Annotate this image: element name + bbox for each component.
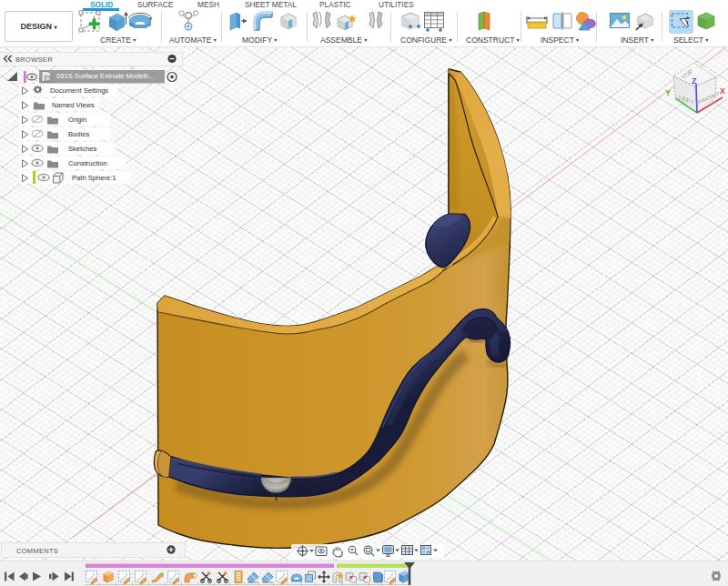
svg-text:X: X xyxy=(720,86,725,96)
svg-text:Z: Z xyxy=(692,76,697,86)
svg-text:Y: Y xyxy=(665,88,671,97)
